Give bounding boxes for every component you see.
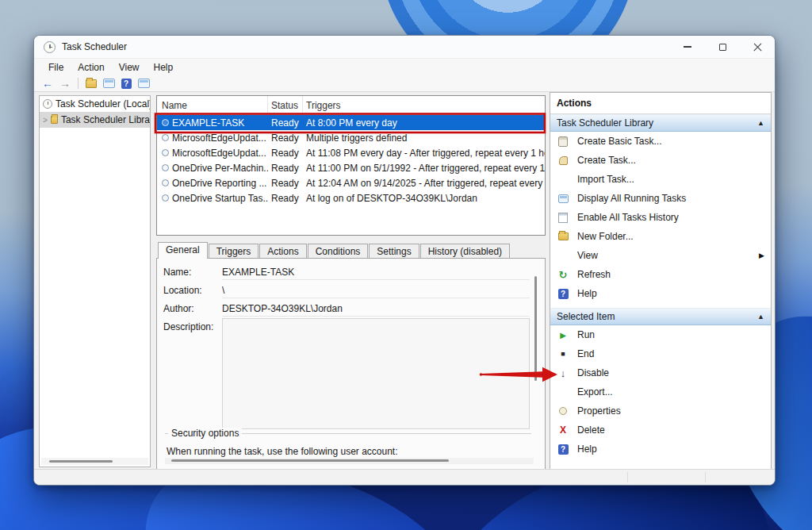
back-arrow-icon: ← xyxy=(42,77,53,90)
task-triggers: At 11:08 PM every day - After triggered,… xyxy=(303,145,545,160)
table-row[interactable]: OneDrive Startup Tas... Ready At log on … xyxy=(157,190,545,205)
maximize-icon xyxy=(719,44,726,51)
run-icon: ▶ xyxy=(557,331,569,340)
back-button[interactable]: ← xyxy=(40,77,55,90)
properties-clock-icon xyxy=(557,407,569,415)
status-bar-divider xyxy=(627,472,628,482)
action-import-task[interactable]: Import Task... xyxy=(550,170,771,189)
task-triggers: Multiple triggers defined xyxy=(303,130,545,145)
toolbar-help-button[interactable]: ? xyxy=(119,77,133,90)
task-triggers: At 8:00 PM every day xyxy=(303,115,545,130)
task-clock-icon xyxy=(162,179,169,186)
status-bar xyxy=(34,469,775,485)
menu-file[interactable]: File xyxy=(42,60,70,75)
task-scheduler-window: Task Scheduler File Action View Help ← →… xyxy=(33,35,776,486)
tree-item-task-scheduler-local[interactable]: Task Scheduler (Local) xyxy=(40,96,150,112)
name-label: Name: xyxy=(163,267,222,280)
action-create-task[interactable]: Create Task... xyxy=(550,151,771,170)
action-display-all-running-tasks[interactable]: Display All Running Tasks xyxy=(550,189,771,208)
create-basic-task-icon xyxy=(557,136,569,147)
action-end[interactable]: ■ End xyxy=(550,344,771,363)
tab-actions[interactable]: Actions xyxy=(259,244,306,259)
details-vertical-scrollbar[interactable] xyxy=(534,276,537,381)
menu-help[interactable]: Help xyxy=(147,60,180,75)
table-row[interactable]: MicrosoftEdgeUpdat... Ready At 11:08 PM … xyxy=(157,145,545,160)
tab-general[interactable]: General xyxy=(158,242,208,259)
submenu-chevron-icon: ▶ xyxy=(759,252,764,259)
show-hide-tree-button[interactable] xyxy=(84,77,98,90)
tree-item-task-scheduler-library[interactable]: > Task Scheduler Libra xyxy=(40,112,150,128)
tab-history[interactable]: History (disabled) xyxy=(420,244,510,259)
table-row[interactable]: OneDrive Per-Machin... Ready At 11:00 PM… xyxy=(157,160,545,175)
task-name: OneDrive Reporting ... xyxy=(172,178,266,189)
help-icon: ? xyxy=(121,79,132,89)
tree-root-label: Task Scheduler (Local) xyxy=(56,98,151,109)
minimize-button[interactable] xyxy=(670,36,705,58)
new-folder-icon xyxy=(557,232,569,240)
task-clock-icon xyxy=(162,119,169,126)
running-tasks-window-icon xyxy=(557,194,569,203)
show-hide-console-button[interactable] xyxy=(102,77,116,90)
action-new-folder[interactable]: New Folder... xyxy=(550,227,771,246)
action-pane-window-icon xyxy=(138,79,150,88)
tab-settings[interactable]: Settings xyxy=(369,244,419,259)
tab-conditions[interactable]: Conditions xyxy=(308,244,369,259)
action-help-selected[interactable]: ? Help xyxy=(550,440,771,459)
tree-horizontal-scrollbar[interactable] xyxy=(41,458,148,465)
action-properties[interactable]: Properties xyxy=(550,401,771,421)
toolbar: ← → ? xyxy=(34,75,775,92)
clock-icon xyxy=(43,99,52,109)
table-row[interactable]: MicrosoftEdgeUpdat... Ready Multiple tri… xyxy=(157,130,545,145)
action-view[interactable]: View ▶ xyxy=(550,246,771,265)
action-disable[interactable]: ↓ Disable xyxy=(550,363,771,382)
table-row[interactable]: OneDrive Reporting ... Ready At 12:04 AM… xyxy=(157,175,545,190)
action-create-basic-task[interactable]: Create Basic Task... xyxy=(550,132,771,151)
action-help-library[interactable]: ? Help xyxy=(550,284,771,303)
task-triggers: At 12:04 AM on 9/14/2025 - After trigger… xyxy=(303,175,545,190)
action-enable-all-tasks-history[interactable]: Enable All Tasks History xyxy=(550,208,771,227)
column-header-name[interactable]: Name xyxy=(157,96,268,114)
tree-scroll-thumb[interactable] xyxy=(49,460,113,463)
menu-view[interactable]: View xyxy=(113,60,146,75)
actions-pane-title: Actions xyxy=(550,93,771,114)
section-header-task-scheduler-library[interactable]: Task Scheduler Library ▲ xyxy=(550,114,771,132)
task-status: Ready xyxy=(268,130,303,145)
actions-pane: Actions Task Scheduler Library ▲ Create … xyxy=(550,92,772,470)
task-clock-icon xyxy=(162,134,169,141)
task-clock-icon xyxy=(162,194,169,202)
table-row-example-task[interactable]: EXAMPLE-TASK Ready At 8:00 PM every day xyxy=(157,115,545,130)
task-name: OneDrive Per-Machin... xyxy=(172,163,268,174)
maximize-button[interactable] xyxy=(705,36,740,58)
action-run[interactable]: ▶ Run xyxy=(550,325,771,344)
action-delete[interactable]: X Delete xyxy=(550,421,771,440)
history-list-icon xyxy=(557,213,569,223)
section-header-label: Selected Item xyxy=(557,311,615,322)
tree-expand-chevron-icon[interactable]: > xyxy=(43,116,48,125)
details-tabs: General Triggers Actions Conditions Sett… xyxy=(158,242,511,259)
action-export[interactable]: Export... xyxy=(550,382,771,401)
collapse-icon[interactable]: ▲ xyxy=(757,313,764,321)
column-header-triggers[interactable]: Triggers xyxy=(303,96,545,114)
action-refresh[interactable]: ↻ Refresh xyxy=(550,265,771,284)
security-options-caption: When running the task, use the following… xyxy=(167,446,398,457)
status-bar-divider xyxy=(705,472,706,482)
collapse-icon[interactable]: ▲ xyxy=(757,119,764,127)
details-scroll-thumb[interactable] xyxy=(171,459,449,462)
details-horizontal-scrollbar[interactable] xyxy=(165,458,534,464)
task-name: MicrosoftEdgeUpdat... xyxy=(172,132,266,144)
end-icon: ■ xyxy=(557,350,569,358)
column-header-status[interactable]: Status xyxy=(268,96,303,114)
console-window-icon xyxy=(103,79,115,88)
task-clock-icon xyxy=(162,149,169,156)
menu-action[interactable]: Action xyxy=(71,60,110,75)
author-value: DESKTOP-34O39KL\Jordan xyxy=(222,303,530,317)
show-hide-action-pane-button[interactable] xyxy=(136,77,151,90)
forward-button[interactable]: → xyxy=(58,77,72,90)
section-header-selected-item[interactable]: Selected Item ▲ xyxy=(550,308,771,325)
task-triggers: At log on of DESKTOP-34O39KL\Jordan xyxy=(303,190,545,205)
description-field xyxy=(222,318,530,429)
tab-triggers[interactable]: Triggers xyxy=(209,244,259,259)
author-label: Author: xyxy=(163,303,222,317)
close-button[interactable] xyxy=(740,36,775,58)
task-status: Ready xyxy=(268,175,303,190)
